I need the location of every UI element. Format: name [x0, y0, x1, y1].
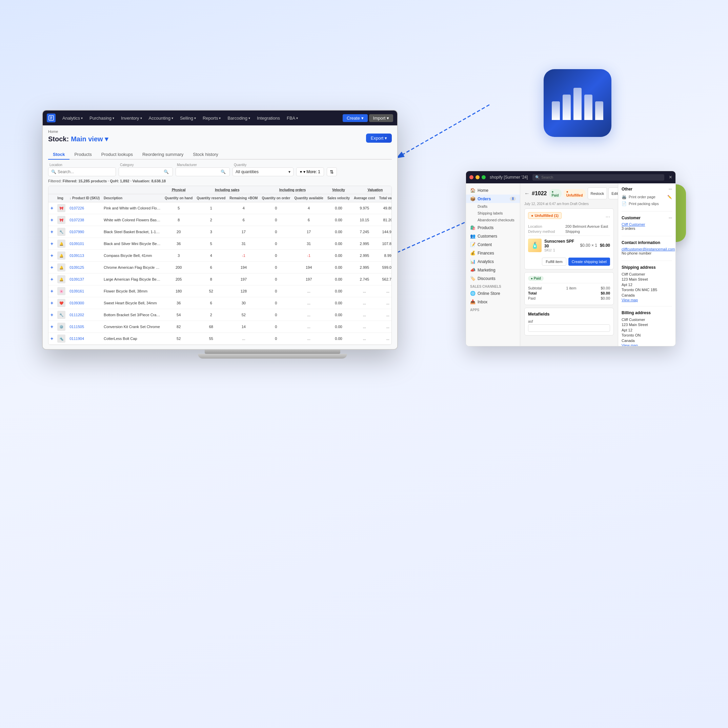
shopify-search-bar[interactable]: 🔍: [532, 174, 664, 180]
sku-cell[interactable]: 0107238: [67, 214, 102, 226]
print-packing-slips-button[interactable]: 📄 Print packing slips: [622, 200, 672, 207]
sku-cell[interactable]: 0109113: [67, 250, 102, 262]
window-close-icon[interactable]: ×: [669, 174, 672, 180]
sv-cell: 0.00: [325, 262, 352, 274]
nav-selling[interactable]: Selling ▾: [177, 114, 199, 122]
plus-cell[interactable]: +: [49, 262, 55, 274]
sku-cell[interactable]: 0109137: [67, 274, 102, 285]
plus-cell[interactable]: +: [49, 309, 55, 321]
sku-cell[interactable]: 0109125: [67, 262, 102, 274]
print-options-button[interactable]: ···: [669, 187, 672, 191]
restock-button[interactable]: Restock: [588, 187, 607, 199]
import-button[interactable]: Import ▾: [369, 114, 393, 122]
sku-cell[interactable]: 0111202: [67, 309, 102, 321]
sku-cell[interactable]: 0109101: [67, 238, 102, 250]
nav-purchasing[interactable]: Purchasing ▾: [87, 114, 117, 122]
plus-cell[interactable]: +: [49, 285, 55, 297]
more-filter-button[interactable]: ▾ ▾ More: 1: [296, 167, 324, 176]
plus-cell[interactable]: +: [49, 250, 55, 262]
customer-options-button[interactable]: ···: [669, 216, 672, 220]
fulfillment-options-button[interactable]: ···: [606, 214, 610, 220]
sku-cell[interactable]: 0111505: [67, 321, 102, 333]
category-filter[interactable]: 🔍: [119, 167, 173, 176]
plus-cell[interactable]: +: [49, 297, 55, 309]
ac-cell: ...: [352, 321, 377, 333]
sidebar-item-shipping-labels[interactable]: Shipping labels: [466, 210, 520, 217]
print-order-page-button[interactable]: 🖨️ Print order page ✏️: [622, 194, 672, 200]
window-maximize-dot[interactable]: [482, 175, 486, 179]
sidebar-item-online-store[interactable]: 🌐 Online Store: [466, 289, 520, 298]
sidebar-item-discounts[interactable]: 🏷️ Discounts: [466, 274, 520, 283]
fba-chevron: ▾: [296, 116, 298, 120]
total-value: $0.00: [601, 291, 610, 295]
sku-cell[interactable]: 0111904: [67, 333, 102, 345]
category-input[interactable]: [122, 170, 162, 174]
manufacturer-input[interactable]: [179, 170, 219, 174]
sidebar-item-analytics[interactable]: 📊 Analytics: [466, 257, 520, 266]
back-button[interactable]: ←: [524, 190, 530, 197]
nav-reports[interactable]: Reports ▾: [200, 114, 224, 122]
nav-integrations[interactable]: Integrations: [254, 114, 283, 122]
contact-email[interactable]: cliffcustomer@instancemail.com: [622, 247, 672, 251]
fulfill-item-button[interactable]: Fulfill item: [542, 258, 566, 266]
tab-product-lookups[interactable]: Product lookups: [96, 150, 138, 160]
sidebar-item-products[interactable]: 🛍️ Products: [466, 223, 520, 232]
create-shipping-label-button[interactable]: Create shipping label: [568, 258, 610, 266]
window-close-dot[interactable]: [470, 175, 474, 179]
quantity-filter[interactable]: All quantities ▾: [232, 167, 294, 176]
tab-reordering[interactable]: Reordering summary: [138, 150, 188, 160]
total-row: Total $0.00: [528, 291, 610, 295]
edit-button[interactable]: Edit: [608, 187, 618, 199]
window-minimize-dot[interactable]: [476, 175, 480, 179]
sku-cell[interactable]: 0109300: [67, 297, 102, 309]
laptop-left: Analytics ▾ Purchasing ▾ Inventory ▾ Acc…: [42, 110, 449, 359]
tab-stock[interactable]: Stock: [48, 150, 69, 160]
customer-name-link[interactable]: Cliff Customer: [622, 222, 672, 226]
sku-cell[interactable]: 0109161: [67, 285, 102, 297]
sidebar-item-marketing[interactable]: 📣 Marketing: [466, 266, 520, 274]
nav-fba[interactable]: FBA ▾: [284, 114, 301, 122]
shopify-search-input[interactable]: [541, 175, 661, 179]
qoh-cell: 82: [163, 321, 194, 333]
plus-cell[interactable]: +: [49, 202, 55, 214]
sort-button[interactable]: ⇅: [327, 167, 337, 176]
location-row: Location 200 Belmont Avenue East: [528, 224, 610, 228]
search-input[interactable]: [58, 170, 98, 174]
sidebar-item-drafts[interactable]: Drafts: [466, 203, 520, 210]
sidebar-item-content[interactable]: 📝 Content: [466, 240, 520, 249]
plus-cell[interactable]: +: [49, 226, 55, 238]
edit-print-icon[interactable]: ✏️: [667, 195, 672, 199]
plus-cell[interactable]: +: [49, 214, 55, 226]
nav-analytics[interactable]: Analytics ▾: [60, 114, 86, 122]
qoo-cell: 0: [260, 321, 292, 333]
nav-barcoding[interactable]: Barcoding ▾: [225, 114, 253, 122]
sidebar-item-finances[interactable]: 💰 Finances: [466, 249, 520, 257]
metafield-input[interactable]: [528, 324, 610, 332]
plus-cell[interactable]: +: [49, 321, 55, 333]
nav-accounting[interactable]: Accounting ▾: [146, 114, 176, 122]
view-map-shipping-link[interactable]: View map: [622, 298, 672, 302]
sidebar-item-abandoned[interactable]: Abandoned checkouts: [466, 217, 520, 223]
sku-cell[interactable]: 0107990: [67, 226, 102, 238]
view-map-billing-link[interactable]: View map: [622, 343, 672, 346]
plus-cell[interactable]: +: [49, 274, 55, 285]
order-date: July 12, 2024 at 6:47 am from Draft Orde…: [524, 202, 614, 206]
manufacturer-filter[interactable]: 🔍: [176, 167, 230, 176]
tab-stock-history[interactable]: Stock history: [188, 150, 223, 160]
page-subtitle[interactable]: Main view ▾: [71, 135, 108, 143]
search-filter[interactable]: 🔍: [48, 167, 116, 176]
export-button[interactable]: Export ▾: [366, 133, 392, 143]
ac-cell: 2.745: [352, 274, 377, 285]
plus-cell[interactable]: +: [49, 333, 55, 345]
create-button[interactable]: Create ▾: [343, 114, 368, 122]
sku-cell[interactable]: 0107226: [67, 202, 102, 214]
tab-products[interactable]: Products: [69, 150, 96, 160]
sidebar-item-home[interactable]: 🏠 Home: [466, 186, 520, 194]
sidebar-item-customers[interactable]: 👥 Customers: [466, 232, 520, 240]
product-sku: SKU: 1: [544, 248, 578, 252]
nav-inventory[interactable]: Inventory ▾: [118, 114, 144, 122]
th-sku[interactable]: ↓ Product ID (SKU): [67, 194, 102, 202]
sidebar-item-inbox[interactable]: 📥 Inbox: [466, 298, 520, 306]
sidebar-item-orders[interactable]: 📦 Orders 8: [466, 194, 520, 203]
plus-cell[interactable]: +: [49, 238, 55, 250]
